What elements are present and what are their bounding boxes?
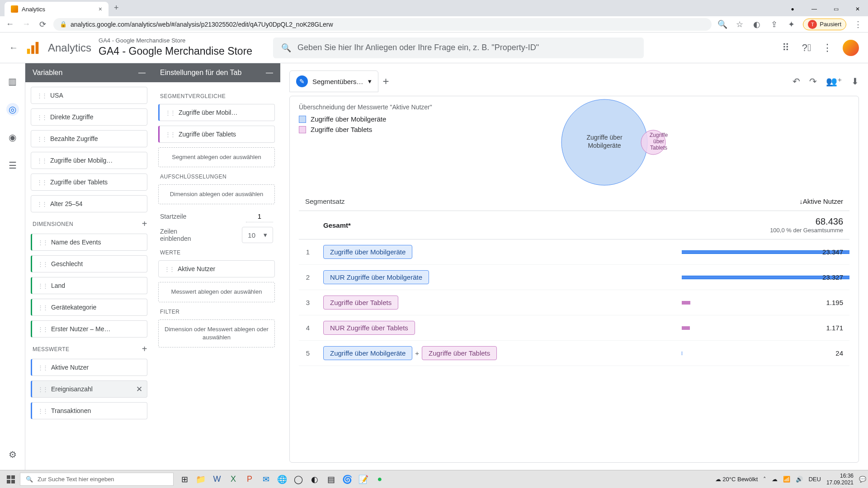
table-row[interactable]: 3Zugriffe über Tablets1.195 (299, 290, 849, 315)
legend-item[interactable]: Zugriffe über Tablets (299, 126, 386, 133)
weather-widget[interactable]: ☁ 20°C Bewölkt (715, 476, 758, 483)
remove-icon[interactable]: ✕ (136, 385, 142, 394)
chrome-menu-icon[interactable]: ⋮ (853, 19, 863, 30)
app-icon[interactable]: ▤ (324, 472, 338, 487)
segment-chip[interactable]: ⋮⋮Zugriffe über Mobil… (158, 104, 275, 121)
nav-configure-icon[interactable]: ☰ (6, 159, 19, 172)
spotify-icon[interactable]: ● (373, 472, 387, 487)
dimension-item[interactable]: ⋮⋮Land (31, 277, 147, 294)
dimension-item[interactable]: ⋮⋮Geschlecht (31, 255, 147, 272)
powerpoint-icon[interactable]: P (242, 472, 257, 487)
col-value[interactable]: ↓Aktive Nutzer (682, 192, 849, 211)
extensions-icon[interactable]: ✦ (786, 19, 797, 30)
settings-body[interactable]: SEGMENTVERGLEICHE ⋮⋮Zugriffe über Mobil…… (153, 82, 280, 470)
metric-item[interactable]: ⋮⋮Ereignisanzahl✕ (31, 380, 147, 398)
variablen-body[interactable]: ⋮⋮USA⋮⋮Direkte Zugriffe⋮⋮Bezahlte Zugrif… (25, 82, 153, 470)
segment-dropzone[interactable]: Segment ablegen oder auswählen (158, 147, 275, 167)
language-indicator[interactable]: DEU (808, 476, 821, 483)
chevron-down-icon[interactable]: ▾ (368, 77, 372, 85)
startzeile-input[interactable] (246, 211, 273, 222)
dimension-item[interactable]: ⋮⋮Erster Nutzer – Me… (31, 320, 147, 338)
edge-icon[interactable]: 🌀 (340, 472, 354, 487)
reload-icon[interactable]: ⟳ (37, 19, 48, 30)
metric-item[interactable]: ⋮⋮Aktive Nutzer (31, 359, 147, 376)
maximize-icon[interactable]: ▭ (826, 2, 846, 16)
segment-item[interactable]: ⋮⋮Zugriffe über Tablets (31, 174, 147, 191)
redo-icon[interactable]: ↷ (809, 76, 817, 87)
nav-advertising-icon[interactable]: ◉ (6, 131, 19, 144)
segment-item[interactable]: ⋮⋮USA (31, 87, 147, 104)
table-row[interactable]: 1Zugriffe über Mobilgeräte23.347 (299, 239, 849, 265)
notepad-icon[interactable]: 📝 (356, 472, 371, 487)
segment-item[interactable]: ⋮⋮Bezahlte Zugriffe (31, 130, 147, 147)
taskbar-search[interactable]: 🔍 Zur Suche Text hier eingeben (20, 473, 174, 486)
url-field[interactable]: 🔒 analytics.google.com/analytics/web/#/a… (53, 18, 712, 31)
wifi-icon[interactable]: 📶 (783, 476, 790, 483)
back-icon[interactable]: ← (5, 19, 15, 30)
table-row[interactable]: 4NUR Zugriffe über Tablets1.171 (299, 315, 849, 341)
metric-item[interactable]: ⋮⋮Transaktionen (31, 402, 147, 419)
tray-chevron-icon[interactable]: ˄ (763, 476, 766, 483)
user-avatar[interactable] (843, 40, 859, 56)
dimension-dropzone[interactable]: Dimension ablegen oder auswählen (158, 184, 275, 204)
collapse-icon[interactable]: — (138, 69, 146, 77)
excel-icon[interactable]: X (226, 472, 241, 487)
obs-icon[interactable]: ◯ (291, 472, 306, 487)
explorer-icon[interactable]: 📁 (193, 472, 208, 487)
chrome-account-icon[interactable]: ● (782, 2, 803, 16)
segment-item[interactable]: ⋮⋮Alter 25–54 (31, 195, 147, 212)
onedrive-icon[interactable]: ☁ (772, 476, 778, 483)
star-icon[interactable]: ☆ (734, 19, 745, 30)
zoom-icon[interactable]: 🔍 (717, 19, 728, 30)
segment-item[interactable]: ⋮⋮Zugriffe über Mobilg… (31, 152, 147, 169)
zeilen-select[interactable]: 10 ▾ (242, 227, 273, 243)
collapse-icon[interactable]: — (266, 69, 273, 77)
explore-tab[interactable]: ✎ Segmentübers… ▾ (289, 70, 378, 92)
ga-back-icon[interactable]: ← (9, 42, 18, 53)
profile-badge[interactable]: T Pausiert (803, 19, 846, 30)
download-icon[interactable]: ⬇ (851, 76, 859, 87)
table-row[interactable]: 2NUR Zugriffe über Mobilgeräte23.327 (299, 265, 849, 290)
kebab-icon[interactable]: ⋮ (822, 42, 833, 53)
volume-icon[interactable]: 🔊 (796, 476, 803, 483)
mail-icon[interactable]: ✉ (259, 472, 273, 487)
dimension-item[interactable]: ⋮⋮Name des Events (31, 234, 147, 251)
help-icon[interactable]: ?⃝ (801, 42, 812, 53)
share-icon[interactable]: ⇪ (769, 19, 779, 30)
property-selector[interactable]: GA4 - Google Merchandise Store GA4 - Goo… (99, 37, 252, 58)
add-tab-icon[interactable]: + (383, 75, 389, 88)
close-window-icon[interactable]: ✕ (847, 2, 868, 16)
forward-icon[interactable]: → (21, 19, 32, 30)
col-segment[interactable]: Segmentsatz (299, 192, 682, 211)
dimension-item[interactable]: ⋮⋮Gerätekategorie (31, 299, 147, 316)
apps-icon[interactable]: ⠿ (780, 42, 791, 53)
close-tab-icon[interactable]: × (99, 5, 102, 13)
ga-search[interactable]: 🔍 Geben Sie hier Ihr Anliegen oder Ihre … (273, 38, 644, 58)
filter-dropzone[interactable]: Dimension oder Messwert ablegen oder aus… (158, 319, 275, 347)
word-icon[interactable]: W (210, 472, 224, 487)
legend-item[interactable]: Zugriffe über Mobilgeräte (299, 115, 386, 123)
nav-reports-icon[interactable]: ▥ (6, 75, 19, 88)
task-view-icon[interactable]: ⊞ (177, 472, 192, 487)
minimize-icon[interactable]: — (804, 2, 825, 16)
undo-icon[interactable]: ↶ (793, 76, 800, 87)
add-metric-icon[interactable]: + (142, 344, 147, 354)
new-tab-button[interactable]: + (108, 0, 124, 16)
nav-explore-icon[interactable]: ◎ (6, 103, 19, 116)
share-icon[interactable]: 👥⁺ (826, 76, 842, 87)
add-dimension-icon[interactable]: + (142, 219, 147, 229)
werte-dropzone[interactable]: Messwert ablegen oder auswählen (158, 282, 275, 302)
start-button[interactable] (2, 470, 20, 488)
app-icon[interactable]: ◐ (307, 472, 322, 487)
table-row[interactable]: 5Zugriffe über Mobilgeräte+Zugriffe über… (299, 341, 849, 366)
incognito-icon[interactable]: ◐ (751, 19, 762, 30)
chevron-down-icon: ▾ (264, 231, 267, 239)
clock[interactable]: 16:36 17.09.2021 (826, 473, 854, 486)
browser-tab[interactable]: Analytics × (5, 2, 108, 16)
segment-item[interactable]: ⋮⋮Direkte Zugriffe (31, 108, 147, 126)
nav-admin-icon[interactable]: ⚙ (6, 448, 19, 461)
werte-chip[interactable]: ⋮⋮Aktive Nutzer (158, 260, 275, 277)
notifications-icon[interactable]: 💬 (859, 476, 866, 483)
segment-chip[interactable]: ⋮⋮Zugriffe über Tablets (158, 126, 275, 143)
chrome-icon[interactable]: 🌐 (275, 472, 289, 487)
